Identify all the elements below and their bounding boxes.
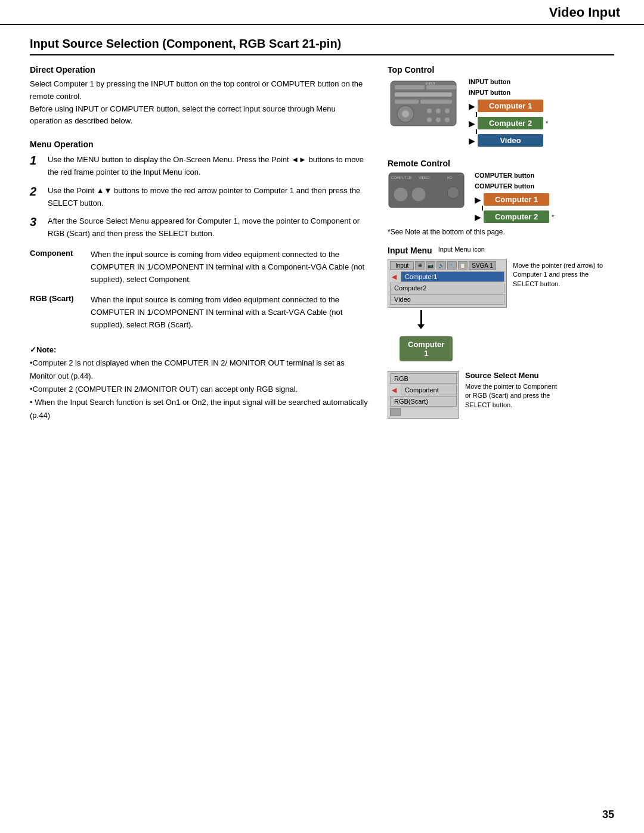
computer-bubble-area: Computer 1 (400, 332, 614, 366)
svg-point-7 (402, 110, 409, 117)
note-section: ✓Note: •Computer 2 is not displayed when… (30, 343, 370, 423)
svg-point-11 (427, 117, 432, 122)
menu-op-title: Menu Operation (30, 140, 370, 149)
red-arrow-ssm: ◄ (390, 385, 398, 395)
menu-steps: 1 Use the MENU button to display the On-… (30, 154, 370, 240)
page-title: Video Input (549, 5, 620, 20)
step-text-1: Use the MENU button to display the On-Sc… (48, 154, 370, 179)
ssm-desc-col: Source Select Menu Move the pointer to C… (465, 371, 561, 410)
rseq-item-comp1: ▶ Computer 1 (475, 193, 554, 206)
im-icon-3: 🔊 (436, 261, 446, 270)
remote-svg: COMPUTER VIDEO I/O (388, 172, 465, 210)
input-button-label-1: INPUT button (469, 78, 548, 85)
im-icon-5: 📋 (458, 261, 467, 270)
direct-op-title: Direct Operation (30, 65, 370, 75)
rseq-computer2: Computer 2 (484, 210, 549, 223)
svg-point-13 (445, 117, 450, 122)
computer-bubble: Computer 1 (400, 336, 453, 361)
page-number: 35 (602, 809, 614, 821)
top-control-svg: INPUT (388, 78, 459, 132)
seq-item-comp2: ▶ Computer 2 * (469, 117, 548, 129)
component-text: When the input source is coming from vid… (91, 249, 370, 286)
section-title: Input Source Selection (Component, RGB S… (30, 37, 614, 55)
svg-text:INPUT: INPUT (426, 82, 435, 85)
arrow-head (417, 324, 425, 329)
svg-point-20 (411, 187, 426, 202)
step-number-1: 1 (30, 154, 42, 168)
component-label: Component (30, 249, 83, 258)
right-column: Top Control (388, 65, 614, 422)
svg-point-21 (447, 187, 459, 199)
im-icon-4: 🔧 (447, 261, 457, 270)
seq-item-video: ▶ Video (469, 134, 548, 147)
ssm-cell-component: Component (401, 385, 457, 395)
top-control-image: INPUT (388, 78, 459, 132)
red-arrow-1: ◄ (390, 272, 398, 281)
ssm-cell-rgbscart: RGB(Scart) (390, 396, 457, 407)
svg-point-8 (427, 109, 432, 113)
direct-op-text: Select Computer 1 by pressing the INPUT … (30, 78, 370, 128)
im-icons: 🖥 📷 🔊 🔧 📋 SVGA 1 (415, 261, 504, 270)
rseq-item-comp2: ▶ Computer 2 * (475, 210, 554, 223)
rgb-scart-label: RGB (Scart) (30, 294, 83, 303)
im-item-computer2: Computer2 (390, 283, 504, 293)
step-1: 1 Use the MENU button to display the On-… (30, 154, 370, 179)
computer-bubble-line2: 1 (408, 349, 444, 358)
note-item-1: •Computer 2 is not displayed when the CO… (30, 357, 370, 383)
top-control-annotation: INPUT INPUT button INPUT button ▶ Comput… (388, 78, 614, 147)
svg-point-19 (394, 187, 408, 202)
rgb-scart-row: RGB (Scart) When the input source is com… (30, 294, 370, 331)
page-content: Input Source Selection (Component, RGB S… (0, 25, 644, 440)
ssm-icon (390, 408, 401, 416)
im-menu-box: Input 🖥 📷 🔊 🔧 📋 SVGA 1 (388, 259, 507, 308)
seq-computer1: Computer 1 (478, 100, 543, 112)
im-cell-video: Video (390, 294, 504, 305)
ssm-box: RGB ◄ Component RGB(Scart) (388, 371, 459, 419)
ssm-item-rgb: RGB (390, 373, 457, 384)
connector-2 (476, 129, 477, 134)
source-select-area: RGB ◄ Component RGB(Scart) (388, 371, 614, 419)
input-menu-main: Input 🖥 📷 🔊 🔧 📋 SVGA 1 (388, 259, 614, 308)
im-tab: Input (390, 261, 414, 270)
note-item-2: •Computer 2 (COMPUTER IN 2/MONITOR OUT) … (30, 383, 370, 396)
svg-rect-2 (426, 85, 456, 89)
computer-button-label-2: COMPUTER button (475, 182, 554, 190)
input-menu-label: Input Menu (388, 246, 432, 255)
computer-button-label-1: COMPUTER button (475, 172, 554, 179)
component-section: Component When the input source is comin… (30, 249, 370, 332)
input-menu-desc: Move the pointer (red arrow) to Computer… (513, 261, 608, 289)
ssm-item-component: ◄ Component (390, 385, 457, 395)
step-3: 3 After the Source Select Menu appeared … (30, 215, 370, 240)
remote-control-title: Remote Control (388, 159, 614, 168)
remote-seq: ▶ Computer 1 ▶ Computer 2 * (475, 193, 554, 223)
svg-point-9 (436, 109, 441, 113)
remote-image: COMPUTER VIDEO I/O (388, 172, 465, 210)
remote-control-area: Remote Control COMPUTER VIDEO I/O (388, 159, 614, 236)
remote-control-labels: COMPUTER button COMPUTER button ▶ Comput… (475, 172, 554, 223)
step-text-2: Use the Point ▲▼ buttons to move the red… (48, 185, 370, 210)
svg-text:VIDEO: VIDEO (419, 176, 430, 179)
svg-rect-1 (395, 85, 425, 89)
component-row: Component When the input source is comin… (30, 249, 370, 286)
im-cell-computer1: Computer1 (401, 271, 504, 282)
seq-video: Video (478, 134, 543, 147)
computer-bubble-line1: Computer (408, 340, 444, 349)
svg-rect-5 (420, 100, 452, 104)
top-control-seq: ▶ Computer 1 ▶ Computer 2 * ▶ (469, 100, 548, 147)
svg-text:I/O: I/O (447, 176, 452, 179)
step-number-2: 2 (30, 185, 42, 199)
im-item-computer1: ◄ Computer1 (390, 271, 504, 282)
down-arrow-container (417, 310, 614, 329)
rgb-scart-text: When the input source is coming from vid… (91, 294, 370, 331)
ssm-menu-col: RGB ◄ Component RGB(Scart) (388, 371, 459, 419)
im-menu-header-row: Input 🖥 📷 🔊 🔧 📋 SVGA 1 (390, 261, 504, 270)
ssm-cell-rgb: RGB (390, 373, 457, 384)
menu-op-section: Menu Operation 1 Use the MENU button to … (30, 140, 370, 240)
rseq-computer1: Computer 1 (484, 193, 549, 206)
note-item-3: • When the Input Search function is set … (30, 396, 370, 422)
top-control-title: Top Control (388, 65, 614, 75)
input-menu-box: Input 🖥 📷 🔊 🔧 📋 SVGA 1 (388, 259, 507, 308)
im-icon-1: 🖥 (415, 261, 425, 270)
input-menu-area: Input Menu Input Menu icon Input 🖥 📷 (388, 246, 614, 419)
im-item-video: Video (390, 294, 504, 305)
